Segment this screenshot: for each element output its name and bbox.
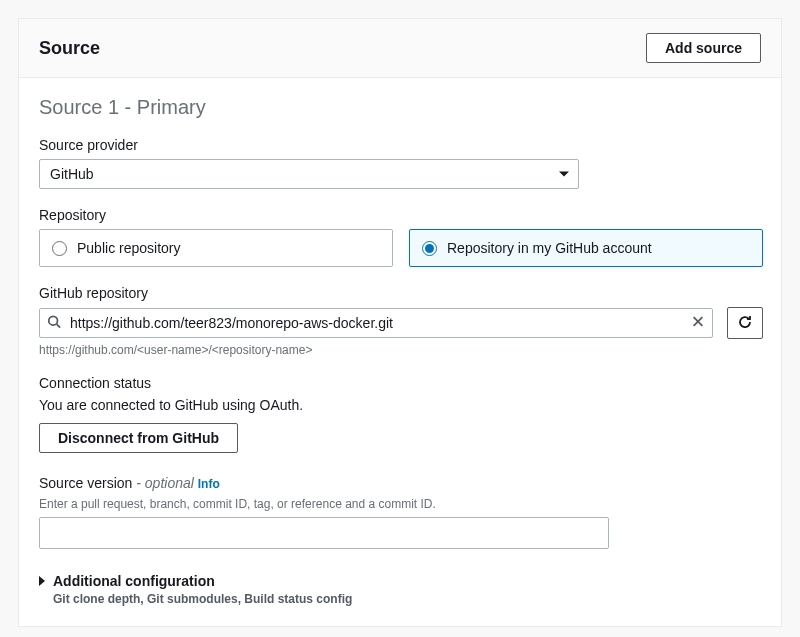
panel-header: Source Add source xyxy=(19,19,781,78)
section-heading: Source 1 - Primary xyxy=(39,96,761,119)
additional-config-toggle[interactable]: Additional configuration xyxy=(39,573,761,589)
github-repo-helper: https://github.com/<user-name>/<reposito… xyxy=(39,343,761,357)
refresh-icon xyxy=(737,314,753,333)
info-link[interactable]: Info xyxy=(198,477,220,491)
connection-status-text: You are connected to GitHub using OAuth. xyxy=(39,397,761,413)
github-repo-input-wrap xyxy=(39,308,713,338)
add-source-button[interactable]: Add source xyxy=(646,33,761,63)
repository-account-radio[interactable]: Repository in my GitHub account xyxy=(409,229,763,267)
repository-account-label: Repository in my GitHub account xyxy=(447,240,652,256)
repository-radio-group: Public repository Repository in my GitHu… xyxy=(39,229,763,267)
source-version-label: Source version - optional Info xyxy=(39,475,761,491)
source-version-helper: Enter a pull request, branch, commit ID,… xyxy=(39,497,761,511)
caret-right-icon xyxy=(39,576,45,586)
source-panel: Source Add source Source 1 - Primary Sou… xyxy=(18,18,782,627)
source-version-label-main: Source version xyxy=(39,475,132,491)
github-repo-row xyxy=(39,307,763,339)
clear-icon[interactable] xyxy=(691,315,705,332)
repository-label: Repository xyxy=(39,207,761,223)
source-version-input[interactable] xyxy=(39,517,609,549)
search-icon xyxy=(47,315,61,332)
disconnect-button[interactable]: Disconnect from GitHub xyxy=(39,423,238,453)
connection-status-label: Connection status xyxy=(39,375,761,391)
github-repo-label: GitHub repository xyxy=(39,285,761,301)
source-provider-label: Source provider xyxy=(39,137,761,153)
repository-public-label: Public repository xyxy=(77,240,181,256)
refresh-button[interactable] xyxy=(727,307,763,339)
source-version-label-optional: - optional xyxy=(132,475,193,491)
panel-body: Source 1 - Primary Source provider GitHu… xyxy=(19,78,781,626)
repository-public-radio[interactable]: Public repository xyxy=(39,229,393,267)
svg-line-1 xyxy=(57,324,61,328)
radio-icon xyxy=(52,241,67,256)
radio-icon xyxy=(422,241,437,256)
source-provider-select-wrap: GitHub xyxy=(39,159,579,189)
source-provider-select[interactable]: GitHub xyxy=(39,159,579,189)
github-repo-input[interactable] xyxy=(39,308,713,338)
svg-point-0 xyxy=(49,316,58,325)
panel-title: Source xyxy=(39,38,100,59)
additional-config-title: Additional configuration xyxy=(53,573,215,589)
additional-config-sub: Git clone depth, Git submodules, Build s… xyxy=(53,592,761,606)
